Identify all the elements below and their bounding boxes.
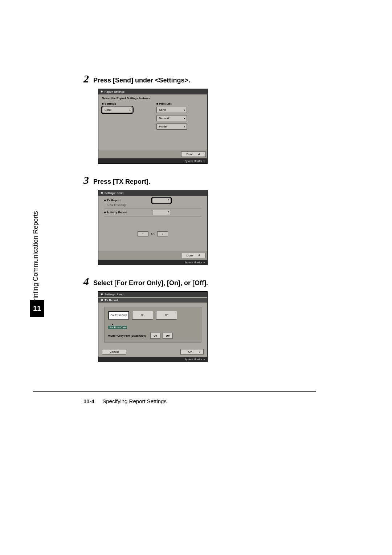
header-title: Settings: Send xyxy=(105,191,123,195)
step-title: Select [For Error Only], [On], or [Off]. xyxy=(93,279,208,287)
done-button[interactable]: Done ↲ xyxy=(181,253,206,258)
step-2: 2 Press [Send] under <Settings>. Report … xyxy=(83,73,316,164)
page-up-button[interactable]: ▴ xyxy=(157,231,168,236)
send-button-printlist[interactable]: Send ▸ xyxy=(156,107,187,113)
section-title: Printing Communication Reports xyxy=(32,214,40,305)
tx-report-label: ■ TX Report xyxy=(104,199,151,202)
chevron-right-icon: ▸ xyxy=(168,210,170,213)
step-number: 4 xyxy=(83,275,89,288)
for-error-only-button[interactable]: For Error Only xyxy=(108,311,129,320)
header-title: Report Settings xyxy=(105,90,124,93)
page-down-button[interactable]: ▾ xyxy=(138,231,148,236)
done-button[interactable]: Done ↲ xyxy=(181,151,206,157)
chapter-number-box: 11 xyxy=(30,300,44,317)
network-button[interactable]: Network ▸ xyxy=(156,115,187,121)
button-label: Done xyxy=(187,254,193,257)
gear-icon xyxy=(101,299,103,302)
cancel-button[interactable]: Cancel xyxy=(102,349,126,355)
content-area: 2 Press [Send] under <Settings>. Report … xyxy=(83,73,316,372)
marker-arrow-icon: ▴ xyxy=(112,323,197,326)
chevron-right-icon: ▸ xyxy=(130,109,131,112)
tx-report-value-button[interactable]: ▸ xyxy=(152,198,171,203)
system-monitor-button[interactable]: System Monitor xyxy=(184,160,202,162)
gear-icon xyxy=(101,191,103,195)
screenshot-tx-report: Settings: Send TX Report For Error Only … xyxy=(98,291,208,362)
off-button[interactable]: Off xyxy=(156,311,177,320)
step-title: Press [TX Report]. xyxy=(93,178,150,186)
system-monitor-button[interactable]: System Monitor xyxy=(184,261,202,264)
ok-button[interactable]: OK ↲ xyxy=(180,349,204,355)
page-number: 11-4 xyxy=(83,398,94,404)
page: Printing Communication Reports 11 2 Pres… xyxy=(0,0,392,555)
return-icon: ↲ xyxy=(199,350,201,353)
instruction-text: Select the Report Settings features. xyxy=(102,97,204,100)
step-number: 2 xyxy=(83,73,89,85)
button-label: Network xyxy=(159,117,170,120)
button-label: Done xyxy=(187,153,193,156)
system-monitor-button[interactable]: System Monitor xyxy=(184,358,202,361)
printer-button[interactable]: Printer ▸ xyxy=(156,123,187,130)
step-4: 4 Select [For Error Only], [On], or [Off… xyxy=(83,275,316,362)
screenshot-subheader: TX Report xyxy=(98,298,207,303)
error-copy-print-label: ■ Error Copy Print (Black Only) xyxy=(108,335,148,337)
chevron-right-icon: ▸ xyxy=(204,261,205,264)
activity-report-value-button[interactable]: ▸ xyxy=(152,210,171,215)
side-tab: Printing Communication Reports 11 xyxy=(32,214,42,320)
gear-icon xyxy=(101,90,103,93)
screenshot-header: Settings: Send xyxy=(98,190,207,196)
page-footer: 11-4 Specifying Report Settings xyxy=(83,398,167,404)
step-3: 3 Press [TX Report]. Settings: Send ■ TX… xyxy=(83,174,316,265)
screenshot-report-settings: Report Settings Select the Report Settin… xyxy=(98,89,208,164)
button-label: Send xyxy=(105,108,111,112)
selection-marker: For Error Only xyxy=(108,326,127,329)
return-icon: ↲ xyxy=(198,153,200,156)
page-indicator: 1/1 xyxy=(151,232,155,236)
header-title: Settings: Send xyxy=(105,293,123,296)
button-label: OK xyxy=(188,350,192,353)
chevron-right-icon: ▸ xyxy=(184,117,185,120)
gear-icon xyxy=(101,293,103,296)
button-label: Printer xyxy=(159,125,168,128)
footer-rule xyxy=(33,391,316,392)
step-number: 3 xyxy=(83,174,89,186)
screenshot-header: Settings: Send xyxy=(98,292,207,297)
printlist-column-header: ■ Print List xyxy=(156,102,204,105)
chevron-right-icon: ▸ xyxy=(184,125,185,128)
screenshot-settings-send: Settings: Send ■ TX Report ▸ ▷ For Error… xyxy=(98,190,208,265)
chevron-right-icon: ▸ xyxy=(204,358,205,361)
error-copy-on-button[interactable]: On xyxy=(150,333,160,339)
chevron-right-icon: ▸ xyxy=(184,109,185,112)
chevron-right-icon: ▸ xyxy=(168,198,170,201)
step-title: Press [Send] under <Settings>. xyxy=(93,77,190,84)
return-icon: ↲ xyxy=(198,254,200,257)
subheader-title: TX Report xyxy=(105,299,118,302)
button-label: Send xyxy=(159,108,166,112)
tx-report-current-value: ▷ For Error Only xyxy=(107,204,204,207)
divider xyxy=(104,208,201,208)
footer-title: Specifying Report Settings xyxy=(102,398,167,404)
divider xyxy=(104,216,201,217)
send-button-settings[interactable]: Send ▸ xyxy=(102,107,132,113)
on-button[interactable]: On xyxy=(132,311,153,320)
chevron-right-icon: ▸ xyxy=(204,159,205,162)
activity-report-label: ■ Activity Report xyxy=(104,211,151,214)
error-copy-off-button[interactable]: Off xyxy=(163,333,173,339)
screenshot-header: Report Settings xyxy=(98,89,207,94)
settings-column-header: ■ Settings xyxy=(102,102,149,105)
